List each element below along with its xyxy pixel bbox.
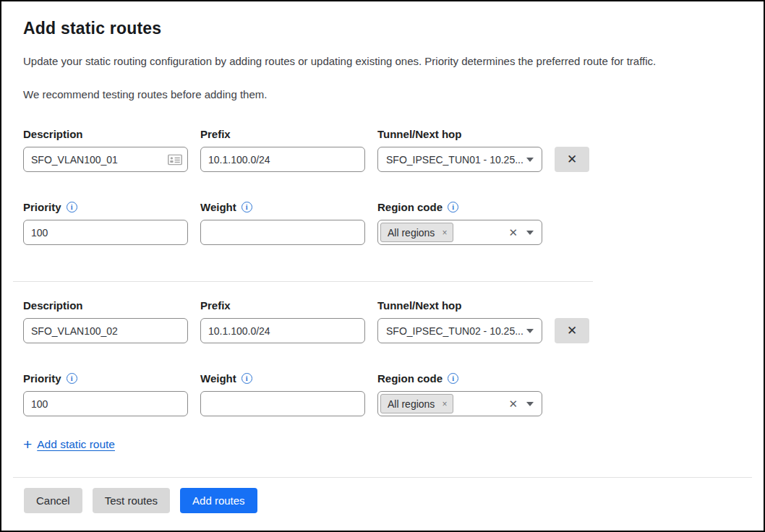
dialog-footer: Cancel Test routes Add routes [13,477,752,513]
add-static-route-link[interactable]: Add static route [37,438,115,451]
route-1-options-row: Priority i Weight i Region code i All re… [23,201,742,245]
route-1-description-field: Description [23,128,188,172]
route-2-prefix-input[interactable] [200,318,365,343]
priority-label: Priority [23,372,61,385]
weight-label: Weight [200,372,236,385]
route-2-main-row: Description Prefix Tunnel/Next hop SFO_I… [23,299,742,343]
chevron-down-icon [526,231,534,235]
route-1-prefix-input[interactable] [200,147,365,172]
description-label: Description [23,299,188,312]
add-routes-button[interactable]: Add routes [180,488,257,513]
region-info-icon[interactable]: i [448,202,458,213]
autofill-contact-card-icon[interactable] [168,154,182,165]
plus-icon: + [23,437,32,452]
region-label: Region code [377,372,443,385]
add-static-routes-dialog: Add static routes Update your static rou… [0,0,765,532]
tunnel-label: Tunnel/Next hop [377,299,542,312]
chevron-down-icon [526,158,534,162]
region-tag: All regions × [380,223,453,242]
region-tag-remove-icon[interactable]: × [442,399,447,409]
prefix-label: Prefix [200,299,365,312]
priority-label: Priority [23,201,61,213]
route-2-description-field: Description [23,299,188,343]
weight-info-icon[interactable]: i [242,373,252,384]
route-2-weight-field: Weight i [200,372,365,416]
region-clear-icon[interactable]: ✕ [508,226,526,239]
region-tag-remove-icon[interactable]: × [442,228,447,238]
route-1-tunnel-select[interactable]: SFO_IPSEC_TUN01 - 10.25... [377,147,542,172]
add-static-route-row: + Add static route [23,437,742,452]
route-2-region-field: Region code i All regions × ✕ [377,372,542,416]
recommendation-text: We recommend testing routes before addin… [23,88,742,100]
route-2-options-row: Priority i Weight i Region code i All re… [23,372,742,416]
region-info-icon[interactable]: i [448,373,458,384]
route-1-delete-button[interactable]: ✕ [555,147,589,172]
route-1-description-input[interactable] [23,147,188,172]
route-2-tunnel-field: Tunnel/Next hop SFO_IPSEC_TUN02 - 10.25.… [377,299,542,343]
region-tag-label: All regions [388,227,435,239]
region-tag-label: All regions [388,398,435,410]
description-label: Description [23,128,188,140]
page-title: Add static routes [23,19,742,38]
route-1-priority-field: Priority i [23,201,188,245]
prefix-label: Prefix [200,128,365,140]
route-2-priority-input[interactable] [23,391,188,416]
route-1-weight-field: Weight i [200,201,365,245]
route-2-prefix-field: Prefix [200,299,365,343]
chevron-down-icon [526,402,534,406]
route-2-delete-button[interactable]: ✕ [555,318,589,343]
region-clear-icon[interactable]: ✕ [508,398,526,411]
route-1-region-field: Region code i All regions × ✕ [377,201,542,245]
route-2-priority-field: Priority i [23,372,188,416]
route-divider [13,281,593,282]
intro-text: Update your static routing configuration… [23,54,742,69]
priority-info-icon[interactable]: i [67,202,77,213]
tunnel-selected-value: SFO_IPSEC_TUN01 - 10.25... [386,154,523,166]
route-1-tunnel-field: Tunnel/Next hop SFO_IPSEC_TUN01 - 10.25.… [377,128,542,172]
test-routes-button[interactable]: Test routes [93,488,170,513]
weight-label: Weight [200,201,236,213]
route-2-weight-input[interactable] [200,391,365,416]
route-1-priority-input[interactable] [23,220,188,245]
region-tag: All regions × [380,394,453,413]
route-1-region-select[interactable]: All regions × ✕ [377,220,542,245]
region-label: Region code [377,201,443,213]
weight-info-icon[interactable]: i [242,202,252,213]
chevron-down-icon [526,329,534,333]
route-2-region-select[interactable]: All regions × ✕ [377,391,542,416]
tunnel-selected-value: SFO_IPSEC_TUN02 - 10.25... [386,325,523,337]
tunnel-label: Tunnel/Next hop [377,128,542,140]
cancel-button[interactable]: Cancel [24,488,82,513]
priority-info-icon[interactable]: i [67,373,77,384]
route-1-prefix-field: Prefix [200,128,365,172]
route-1-weight-input[interactable] [200,220,365,245]
route-2-description-input[interactable] [23,318,188,343]
route-2-tunnel-select[interactable]: SFO_IPSEC_TUN02 - 10.25... [377,318,542,343]
route-1-main-row: Description Prefix T [23,128,742,172]
